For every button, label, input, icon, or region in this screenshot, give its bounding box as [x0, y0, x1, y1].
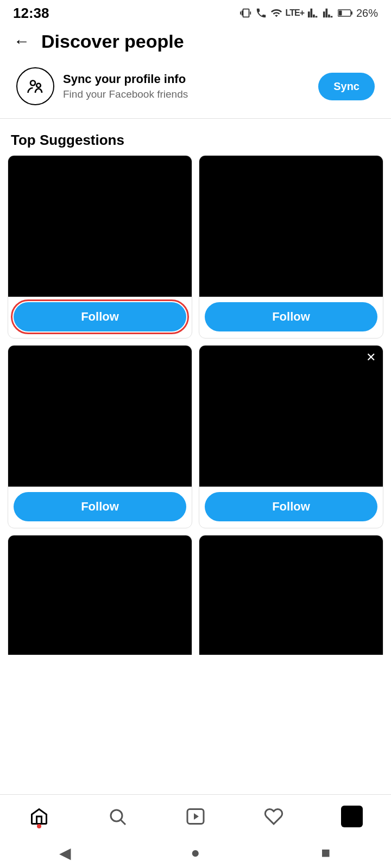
back-arrow-icon: ← — [14, 32, 30, 50]
follow-button-4[interactable]: Follow — [205, 492, 377, 521]
sync-text: Sync your profile info Find your Faceboo… — [63, 72, 310, 100]
nav-profile[interactable] — [330, 800, 374, 833]
follow-button-2[interactable]: Follow — [205, 302, 377, 331]
card-image-5 — [8, 535, 192, 655]
signal2-icon — [323, 7, 335, 19]
signal1-icon — [307, 7, 319, 19]
svg-rect-2 — [338, 11, 342, 16]
card-footer-3: Follow — [8, 487, 192, 528]
follow-button-3[interactable]: Follow — [14, 492, 186, 521]
card-footer-1: Follow — [8, 297, 192, 338]
page-title: Discover people — [41, 31, 184, 52]
suggestion-card-6 — [199, 535, 383, 655]
divider — [0, 118, 391, 119]
sync-icon-circle — [16, 67, 54, 105]
people-sync-icon — [26, 76, 45, 96]
svg-line-6 — [121, 820, 125, 824]
suggestion-card-5 — [8, 535, 192, 655]
bottom-nav — [0, 794, 391, 838]
suggestion-card-1: Follow — [8, 155, 192, 339]
heart-icon — [264, 807, 283, 826]
sync-button[interactable]: Sync — [318, 73, 375, 100]
android-recent-button[interactable]: ■ — [304, 838, 348, 868]
sync-subtitle: Find your Facebook friends — [63, 88, 310, 100]
status-time: 12:38 — [13, 5, 49, 22]
suggestion-card-3: Follow — [8, 345, 192, 528]
nav-home[interactable] — [17, 800, 61, 833]
close-icon-4[interactable]: ✕ — [363, 350, 379, 365]
svg-point-4 — [36, 84, 41, 88]
android-back-button[interactable]: ◀ — [43, 838, 87, 868]
card-image-1 — [8, 156, 192, 297]
suggestion-card-4: ✕ Follow — [199, 345, 383, 528]
card-image-4: ✕ — [199, 346, 383, 487]
svg-point-3 — [30, 81, 35, 86]
svg-rect-1 — [351, 11, 352, 15]
card-footer-4: Follow — [199, 487, 383, 528]
profile-avatar — [341, 806, 363, 827]
card-image-2 — [199, 156, 383, 297]
status-icons: LTE+ 26% — [240, 7, 378, 20]
home-dot — [37, 824, 41, 828]
suggestion-card-2: Follow — [199, 155, 383, 339]
home-icon — [29, 807, 49, 826]
wifi-icon — [270, 7, 282, 19]
nav-likes[interactable] — [252, 800, 295, 833]
svg-marker-8 — [194, 813, 199, 820]
video-icon — [186, 807, 205, 826]
sync-banner: Sync your profile info Find your Faceboo… — [5, 59, 386, 114]
suggestions-grid: Follow Follow Follow ✕ Follow — [0, 155, 391, 655]
card-image-3 — [8, 346, 192, 487]
battery-percentage: 26% — [356, 7, 378, 20]
android-nav: ◀ ● ■ — [0, 838, 391, 868]
lte-call-icon — [255, 7, 267, 19]
sync-title: Sync your profile info — [63, 72, 310, 86]
vibrate-icon — [240, 7, 252, 19]
status-bar: 12:38 LTE+ 26% — [0, 0, 391, 24]
battery-icon — [338, 7, 353, 19]
search-icon — [108, 807, 127, 826]
nav-video[interactable] — [174, 800, 217, 833]
nav-search[interactable] — [96, 800, 139, 833]
lte-icon: LTE+ — [286, 8, 304, 18]
card-footer-2: Follow — [199, 297, 383, 338]
android-home-button[interactable]: ● — [174, 838, 217, 868]
header: ← Discover people — [0, 24, 391, 59]
card-image-6 — [199, 535, 383, 655]
svg-point-5 — [111, 810, 122, 821]
follow-button-1[interactable]: Follow — [14, 302, 186, 331]
section-title: Top Suggestions — [0, 123, 391, 155]
back-button[interactable]: ← — [11, 30, 33, 52]
